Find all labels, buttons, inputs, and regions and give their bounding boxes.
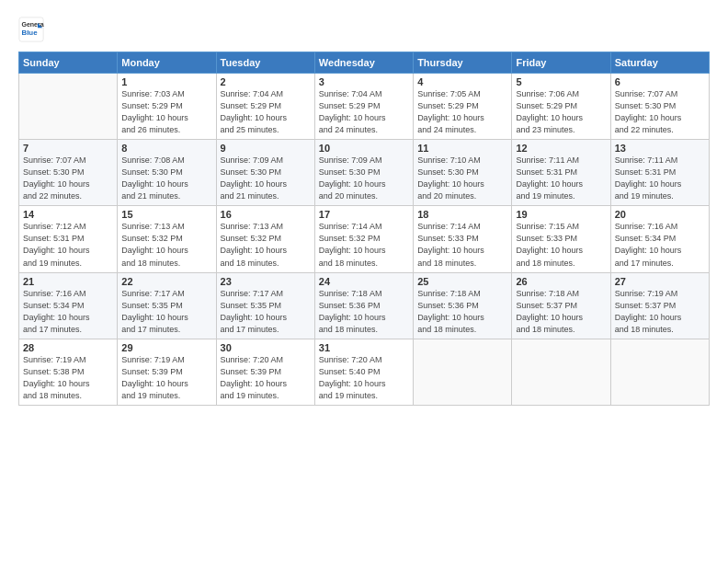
logo: General Blue xyxy=(18,17,44,42)
day-info: Sunrise: 7:19 AM Sunset: 5:37 PM Dayligh… xyxy=(615,288,705,336)
day-number: 26 xyxy=(516,276,606,287)
day-cell: 18Sunrise: 7:14 AM Sunset: 5:33 PM Dayli… xyxy=(414,206,512,272)
col-saturday: Saturday xyxy=(610,52,709,74)
day-cell: 6Sunrise: 7:07 AM Sunset: 5:30 PM Daylig… xyxy=(610,74,709,140)
col-sunday: Sunday xyxy=(19,52,118,74)
day-number: 3 xyxy=(319,76,409,87)
day-cell: 30Sunrise: 7:20 AM Sunset: 5:39 PM Dayli… xyxy=(216,339,314,405)
day-cell: 12Sunrise: 7:11 AM Sunset: 5:31 PM Dayli… xyxy=(512,140,610,206)
day-cell: 31Sunrise: 7:20 AM Sunset: 5:40 PM Dayli… xyxy=(314,339,413,405)
calendar-header: Sunday Monday Tuesday Wednesday Thursday… xyxy=(19,52,710,74)
day-cell: 28Sunrise: 7:19 AM Sunset: 5:38 PM Dayli… xyxy=(19,339,118,405)
day-cell: 7Sunrise: 7:07 AM Sunset: 5:30 PM Daylig… xyxy=(19,140,118,206)
day-info: Sunrise: 7:09 AM Sunset: 5:30 PM Dayligh… xyxy=(319,155,409,202)
day-number: 29 xyxy=(121,342,211,353)
day-cell xyxy=(610,339,709,405)
week-row-2: 7Sunrise: 7:07 AM Sunset: 5:30 PM Daylig… xyxy=(19,140,710,206)
day-number: 22 xyxy=(121,276,211,287)
week-row-1: 1Sunrise: 7:03 AM Sunset: 5:29 PM Daylig… xyxy=(19,74,710,140)
svg-text:Blue: Blue xyxy=(22,29,39,37)
day-cell: 16Sunrise: 7:13 AM Sunset: 5:32 PM Dayli… xyxy=(216,206,314,272)
day-cell: 8Sunrise: 7:08 AM Sunset: 5:30 PM Daylig… xyxy=(118,140,216,206)
col-monday: Monday xyxy=(118,52,216,74)
day-info: Sunrise: 7:07 AM Sunset: 5:30 PM Dayligh… xyxy=(615,88,705,136)
day-number: 11 xyxy=(417,143,507,154)
day-info: Sunrise: 7:07 AM Sunset: 5:30 PM Dayligh… xyxy=(23,155,113,202)
day-number: 7 xyxy=(23,143,113,154)
day-number: 21 xyxy=(23,276,113,287)
day-number: 1 xyxy=(121,76,211,87)
day-number: 12 xyxy=(516,143,606,154)
day-cell: 9Sunrise: 7:09 AM Sunset: 5:30 PM Daylig… xyxy=(216,140,314,206)
day-info: Sunrise: 7:12 AM Sunset: 5:31 PM Dayligh… xyxy=(23,221,113,269)
day-info: Sunrise: 7:19 AM Sunset: 5:38 PM Dayligh… xyxy=(23,354,113,402)
day-number: 27 xyxy=(615,276,705,287)
day-info: Sunrise: 7:04 AM Sunset: 5:29 PM Dayligh… xyxy=(221,88,311,136)
col-wednesday: Wednesday xyxy=(314,52,413,74)
day-cell: 10Sunrise: 7:09 AM Sunset: 5:30 PM Dayli… xyxy=(314,140,413,206)
day-cell: 15Sunrise: 7:13 AM Sunset: 5:32 PM Dayli… xyxy=(118,206,216,272)
day-cell: 3Sunrise: 7:04 AM Sunset: 5:29 PM Daylig… xyxy=(314,74,413,140)
day-cell: 23Sunrise: 7:17 AM Sunset: 5:35 PM Dayli… xyxy=(216,272,314,339)
day-number: 20 xyxy=(615,209,705,220)
day-cell: 25Sunrise: 7:18 AM Sunset: 5:36 PM Dayli… xyxy=(414,272,512,339)
day-info: Sunrise: 7:18 AM Sunset: 5:36 PM Dayligh… xyxy=(417,288,507,336)
day-cell: 24Sunrise: 7:18 AM Sunset: 5:36 PM Dayli… xyxy=(314,272,413,339)
day-cell: 22Sunrise: 7:17 AM Sunset: 5:35 PM Dayli… xyxy=(118,272,216,339)
day-number: 25 xyxy=(417,276,507,287)
day-info: Sunrise: 7:19 AM Sunset: 5:39 PM Dayligh… xyxy=(121,354,211,402)
day-info: Sunrise: 7:17 AM Sunset: 5:35 PM Dayligh… xyxy=(121,288,211,336)
day-number: 2 xyxy=(221,76,311,87)
day-info: Sunrise: 7:14 AM Sunset: 5:32 PM Dayligh… xyxy=(319,221,409,269)
day-info: Sunrise: 7:16 AM Sunset: 5:34 PM Dayligh… xyxy=(23,288,113,336)
day-cell: 26Sunrise: 7:18 AM Sunset: 5:37 PM Dayli… xyxy=(512,272,610,339)
week-row-3: 14Sunrise: 7:12 AM Sunset: 5:31 PM Dayli… xyxy=(19,206,710,272)
day-number: 17 xyxy=(319,209,409,220)
day-number: 4 xyxy=(417,76,507,87)
day-info: Sunrise: 7:20 AM Sunset: 5:39 PM Dayligh… xyxy=(221,354,311,402)
day-cell: 27Sunrise: 7:19 AM Sunset: 5:37 PM Dayli… xyxy=(610,272,709,339)
day-number: 15 xyxy=(121,209,211,220)
day-cell: 21Sunrise: 7:16 AM Sunset: 5:34 PM Dayli… xyxy=(19,272,118,339)
day-info: Sunrise: 7:17 AM Sunset: 5:35 PM Dayligh… xyxy=(221,288,311,336)
day-cell xyxy=(19,74,118,140)
day-number: 8 xyxy=(121,143,211,154)
calendar-table: Sunday Monday Tuesday Wednesday Thursday… xyxy=(18,52,710,406)
logo-icon: General Blue xyxy=(18,17,44,42)
day-cell: 1Sunrise: 7:03 AM Sunset: 5:29 PM Daylig… xyxy=(118,74,216,140)
day-info: Sunrise: 7:18 AM Sunset: 5:36 PM Dayligh… xyxy=(319,288,409,336)
day-cell: 14Sunrise: 7:12 AM Sunset: 5:31 PM Dayli… xyxy=(19,206,118,272)
week-row-5: 28Sunrise: 7:19 AM Sunset: 5:38 PM Dayli… xyxy=(19,339,710,405)
day-info: Sunrise: 7:14 AM Sunset: 5:33 PM Dayligh… xyxy=(417,221,507,269)
day-number: 31 xyxy=(319,342,409,353)
day-info: Sunrise: 7:13 AM Sunset: 5:32 PM Dayligh… xyxy=(221,221,311,269)
day-cell: 29Sunrise: 7:19 AM Sunset: 5:39 PM Dayli… xyxy=(118,339,216,405)
day-number: 30 xyxy=(221,342,311,353)
day-info: Sunrise: 7:03 AM Sunset: 5:29 PM Dayligh… xyxy=(121,88,211,136)
day-info: Sunrise: 7:15 AM Sunset: 5:33 PM Dayligh… xyxy=(516,221,606,269)
day-info: Sunrise: 7:09 AM Sunset: 5:30 PM Dayligh… xyxy=(221,155,311,202)
day-number: 19 xyxy=(516,209,606,220)
day-info: Sunrise: 7:11 AM Sunset: 5:31 PM Dayligh… xyxy=(516,155,606,202)
day-info: Sunrise: 7:20 AM Sunset: 5:40 PM Dayligh… xyxy=(319,354,409,402)
day-cell: 19Sunrise: 7:15 AM Sunset: 5:33 PM Dayli… xyxy=(512,206,610,272)
day-cell: 5Sunrise: 7:06 AM Sunset: 5:29 PM Daylig… xyxy=(512,74,610,140)
col-friday: Friday xyxy=(512,52,610,74)
day-info: Sunrise: 7:05 AM Sunset: 5:29 PM Dayligh… xyxy=(417,88,507,136)
page: General Blue Sunday Monday Tuesday Wedne… xyxy=(0,0,728,563)
col-tuesday: Tuesday xyxy=(216,52,314,74)
day-info: Sunrise: 7:13 AM Sunset: 5:32 PM Dayligh… xyxy=(121,221,211,269)
header: General Blue xyxy=(18,17,710,42)
day-info: Sunrise: 7:04 AM Sunset: 5:29 PM Dayligh… xyxy=(319,88,409,136)
day-info: Sunrise: 7:06 AM Sunset: 5:29 PM Dayligh… xyxy=(516,88,606,136)
day-cell: 20Sunrise: 7:16 AM Sunset: 5:34 PM Dayli… xyxy=(610,206,709,272)
day-cell: 4Sunrise: 7:05 AM Sunset: 5:29 PM Daylig… xyxy=(414,74,512,140)
col-thursday: Thursday xyxy=(414,52,512,74)
day-number: 23 xyxy=(221,276,311,287)
day-number: 14 xyxy=(23,209,113,220)
day-info: Sunrise: 7:18 AM Sunset: 5:37 PM Dayligh… xyxy=(516,288,606,336)
day-cell: 13Sunrise: 7:11 AM Sunset: 5:31 PM Dayli… xyxy=(610,140,709,206)
day-info: Sunrise: 7:08 AM Sunset: 5:30 PM Dayligh… xyxy=(121,155,211,202)
day-info: Sunrise: 7:16 AM Sunset: 5:34 PM Dayligh… xyxy=(615,221,705,269)
day-number: 5 xyxy=(516,76,606,87)
